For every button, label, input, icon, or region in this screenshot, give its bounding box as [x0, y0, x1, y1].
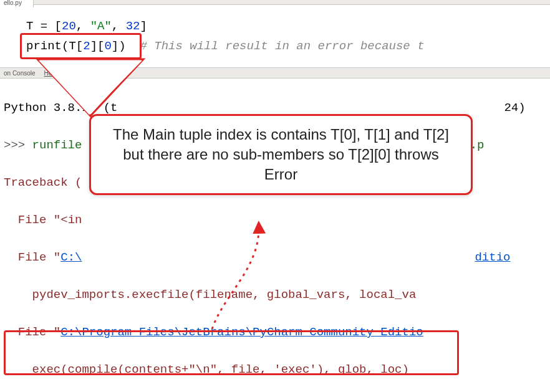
- tok-str: "A": [90, 19, 112, 33]
- file-link[interactable]: ditio: [475, 251, 510, 264]
- tok-num: 32: [126, 19, 140, 33]
- tok-num: 20: [62, 19, 76, 33]
- tok-num: 2: [83, 39, 90, 53]
- code-editor[interactable]: T = [20, "A", 32] print(T[2][0]) # This …: [0, 5, 550, 67]
- txt-err: "<in: [54, 213, 82, 227]
- tok-fn: print: [26, 39, 62, 53]
- tok: ,: [76, 19, 90, 33]
- tok: ]: [140, 19, 147, 33]
- console-line: pydev_imports.execfile(filename, global_…: [4, 285, 550, 304]
- console-line: File "C:\Program Files\JetBrains\PyCharm…: [4, 323, 550, 342]
- console-line: exec(compile(contents+"\n", file, 'exec'…: [4, 360, 550, 379]
- panel-tab-bar: on Console Hello: [0, 67, 550, 79]
- tok: T = [: [26, 19, 62, 33]
- prompt: >>>: [4, 138, 32, 152]
- code-line-1: T = [20, "A", 32]: [26, 16, 550, 36]
- txt-err: File: [4, 251, 54, 264]
- panel-tab-console[interactable]: on Console: [1, 70, 38, 77]
- tok: (T[: [62, 39, 83, 53]
- console-line: File "C:\ditio: [4, 248, 550, 267]
- txt-err: ": [54, 251, 60, 264]
- file-link[interactable]: C:\Program Files\JetBrains\PyCharm Commu…: [60, 325, 423, 339]
- tok: ][: [90, 39, 105, 53]
- txt: 24): [504, 101, 525, 115]
- tok-comment: # This will result in an error because t: [140, 39, 424, 53]
- tok: ]): [112, 39, 126, 53]
- code-line-2: print(T[2][0]) # This will result in an …: [26, 36, 550, 56]
- txt: Python 3.8.1 (t: [4, 101, 117, 115]
- file-link[interactable]: C:\: [60, 251, 82, 264]
- txt-err: pydev_imports.execfile(filename, global_…: [4, 288, 416, 302]
- txt-err: File: [4, 213, 54, 227]
- txt-err: File: [4, 325, 54, 339]
- panel-tab-hello[interactable]: Hello: [42, 70, 61, 77]
- txt-err: ": [54, 325, 60, 339]
- console-line: File "<in: [4, 211, 550, 229]
- editor-tab-hello[interactable]: ello.py: [0, 0, 34, 7]
- editor-tab-bar: ello.py: [0, 0, 550, 5]
- txt: runfile: [32, 138, 82, 152]
- callout-text: The Main tuple index is contains T[0], T…: [113, 126, 449, 183]
- txt-err: exec(compile(contents+"\n", file, 'exec'…: [4, 363, 409, 376]
- annotation-callout: The Main tuple index is contains T[0], T…: [89, 114, 473, 195]
- tok-num: 0: [104, 39, 111, 53]
- txt-err: Traceback (: [4, 176, 82, 189]
- tok: ,: [112, 19, 126, 33]
